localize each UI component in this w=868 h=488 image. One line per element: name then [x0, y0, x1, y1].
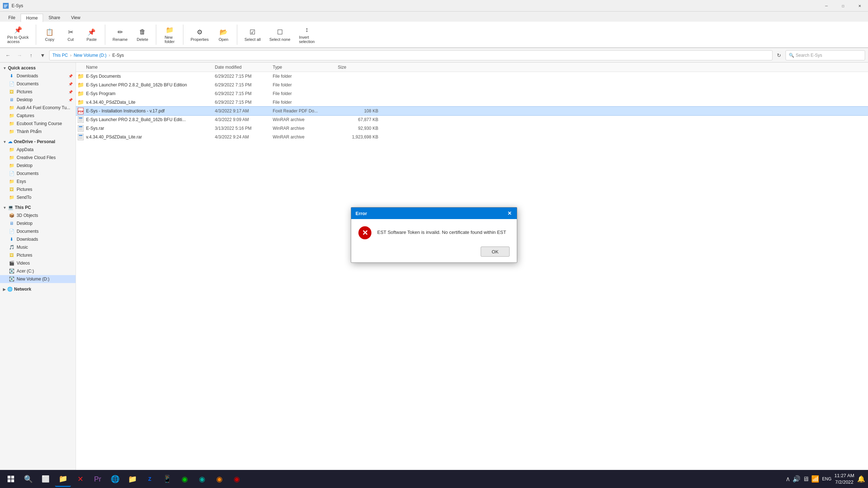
notifications-button[interactable]: 🔔	[857, 475, 865, 483]
dialog-body: ✕ EST Software Token is invalid. No cert…	[351, 219, 517, 244]
tray-language[interactable]: ENG	[822, 476, 831, 481]
dialog-close-button[interactable]: ✕	[505, 209, 514, 218]
dialog-title: Error	[356, 211, 367, 216]
taskbar-premiere[interactable]: Pr	[90, 471, 106, 487]
tray-up-arrow[interactable]: ∧	[786, 475, 790, 483]
taskbar-app-x[interactable]: ✕	[72, 471, 88, 487]
start-button[interactable]	[3, 471, 19, 487]
taskbar-app-orange[interactable]: ◉	[211, 471, 227, 487]
system-tray: ∧ 🔊 🖥 📶	[786, 475, 819, 483]
clock[interactable]: 11:27 AM 7/2/2022	[834, 472, 854, 485]
svg-rect-18	[8, 476, 10, 479]
clock-time: 11:27 AM	[834, 472, 854, 479]
taskbar-app-green[interactable]: ◉	[176, 471, 192, 487]
taskbar-zalo[interactable]: Z	[142, 471, 158, 487]
taskbar-right: ∧ 🔊 🖥 📶 ENG 11:27 AM 7/2/2022 🔔	[786, 472, 865, 485]
error-icon: ✕	[358, 226, 371, 239]
svg-rect-20	[8, 479, 10, 482]
dialog-footer: OK	[351, 244, 517, 262]
taskbar-search[interactable]: 🔍	[20, 471, 36, 487]
clock-date: 7/2/2022	[834, 479, 854, 485]
taskbar-whatsapp[interactable]: 📱	[159, 471, 175, 487]
taskbar-explorer[interactable]: 📁	[55, 471, 71, 487]
tray-network-icon[interactable]: 📶	[811, 475, 819, 483]
taskbar-files[interactable]: 📁	[124, 471, 140, 487]
tray-display-icon[interactable]: 🖥	[803, 475, 809, 483]
modal-overlay: Error ✕ ✕ EST Software Token is invalid.…	[0, 0, 868, 470]
svg-rect-19	[11, 476, 14, 479]
tray-sound-icon[interactable]: 🔊	[792, 475, 800, 483]
dialog-ok-button[interactable]: OK	[481, 247, 510, 257]
dialog-message: EST Software Token is invalid. No certif…	[377, 226, 506, 236]
svg-rect-21	[11, 479, 14, 482]
taskbar-app-red[interactable]: ◉	[229, 471, 244, 487]
taskbar-app-teal[interactable]: ◉	[194, 471, 210, 487]
dialog-titlebar: Error ✕	[351, 207, 517, 219]
error-dialog: Error ✕ ✕ EST Software Token is invalid.…	[351, 207, 517, 263]
taskbar-chrome[interactable]: 🌐	[107, 471, 123, 487]
taskbar: 🔍 ⬜ 📁 ✕ Pr 🌐 📁 Z 📱 ◉ ◉ ◉ ◉ ∧ 🔊 🖥 📶 ENG 1…	[0, 470, 868, 488]
taskbar-taskview[interactable]: ⬜	[38, 471, 54, 487]
